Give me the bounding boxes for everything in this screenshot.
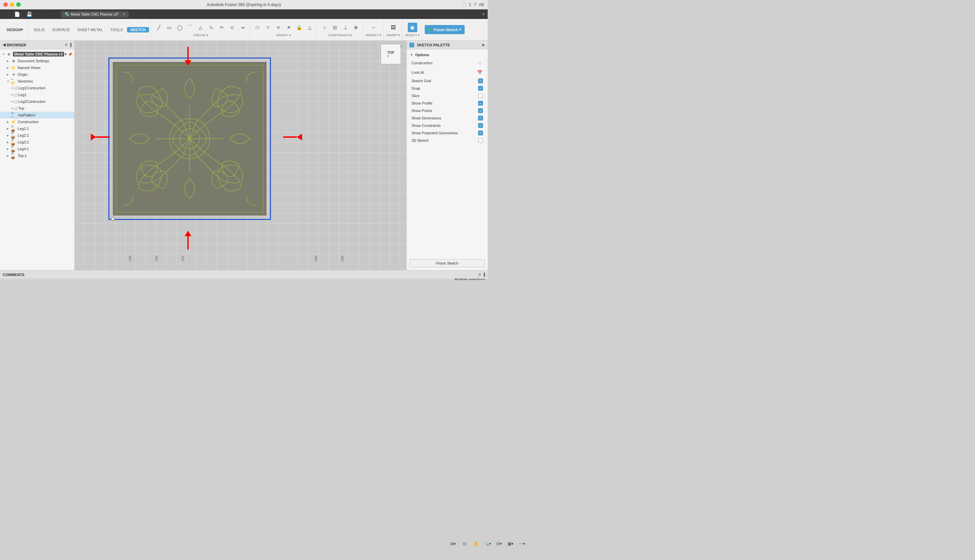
- view-cube-close[interactable]: ✕: [400, 44, 403, 49]
- view-cube[interactable]: TOP 2: [381, 44, 401, 64]
- tree-item-construction[interactable]: ▶ 📁 Construction: [0, 118, 74, 125]
- show-points-checkbox[interactable]: [478, 108, 483, 113]
- tree-item-top[interactable]: ✏⬜ Top: [0, 105, 74, 112]
- sketch-grid-checkbox[interactable]: [478, 78, 483, 83]
- help-icon[interactable]: ?: [474, 2, 476, 7]
- spline-tool[interactable]: ∿: [207, 23, 216, 32]
- tree-item-toppattern[interactable]: 👁✏⬜ topPattern: [0, 112, 74, 118]
- show-constraints-checkbox[interactable]: [478, 123, 483, 128]
- add-tab-icon[interactable]: +: [482, 11, 485, 17]
- lock-tool[interactable]: 🔒: [294, 23, 304, 32]
- tree-arrow-origin: ▶: [7, 73, 11, 76]
- palette-title: SKETCH PALETTE: [417, 43, 450, 47]
- tree-icon-toppattern: 👁✏⬜: [12, 112, 17, 118]
- browser-collapse-icon[interactable]: ◀: [3, 43, 5, 47]
- comments-settings-btn[interactable]: ⚙: [478, 273, 481, 277]
- tree-item-leg4-1[interactable]: ▶ 👁📦 Leg4:1: [0, 145, 74, 152]
- palette-expand-btn[interactable]: ▶: [482, 43, 485, 47]
- coincident-constraint[interactable]: ⊕: [351, 23, 361, 32]
- browser-header-btns: ⚙ ▐: [65, 43, 72, 47]
- delete-tool[interactable]: ✕: [284, 23, 294, 32]
- sketch-grid-control: [478, 78, 483, 83]
- tree-item-doc-settings[interactable]: ▶ ⚙ Document Settings: [0, 58, 74, 64]
- circle-tool[interactable]: ◯: [175, 23, 185, 32]
- tab-surface[interactable]: SURFACE: [49, 27, 73, 32]
- tree-item-leg1contruction[interactable]: ✏⬜ Leg1Contruction: [0, 85, 74, 92]
- tree-item-named-views[interactable]: ▶ 📁 Named Views: [0, 64, 74, 71]
- construction-arrow-btn[interactable]: ◁: [476, 60, 483, 66]
- show-profile-checkbox[interactable]: [478, 101, 483, 105]
- palette-row-show-profile: Show Profile: [407, 100, 488, 107]
- origin-handle[interactable]: [111, 217, 115, 221]
- apps-grid-icon[interactable]: ⊞: [3, 10, 12, 19]
- hatch-tool[interactable]: ≡: [274, 23, 283, 32]
- named-views-label: Named Views: [18, 66, 41, 70]
- palette-section-header[interactable]: ▼ Options: [407, 52, 488, 58]
- perpendicular-constraint[interactable]: ⊥: [341, 23, 350, 32]
- checkmark-icon: ✔: [428, 27, 433, 33]
- tree-item-root[interactable]: ▼ ⚙ Metal Table CNC Plasma v3 👁 📌: [0, 51, 74, 58]
- root-eye[interactable]: 👁: [64, 52, 67, 56]
- tab-solid[interactable]: SOLID: [30, 27, 48, 32]
- finish-sketch-palette-btn[interactable]: Finish Sketch: [410, 259, 485, 267]
- file-tab[interactable]: 🔩 Metal Table CNC Plasma v3* ✕: [61, 11, 129, 18]
- look-at-btn[interactable]: 📅: [476, 69, 483, 76]
- undo-icon[interactable]: ↩: [35, 10, 45, 19]
- tree-icon-leg4-1: 👁📦: [11, 146, 16, 152]
- mirror-tool[interactable]: ⫤: [238, 23, 248, 32]
- tree-item-top-1[interactable]: ▶ 👁📦 Top:1: [0, 152, 74, 159]
- finish-sketch-toolbar-btn[interactable]: ✔ Finish Sketch ▾: [425, 25, 465, 34]
- select-label: SELECT ▾: [405, 33, 419, 37]
- line-tool[interactable]: ╱: [154, 23, 164, 32]
- equal-tool[interactable]: =: [263, 23, 273, 32]
- measure-tool[interactable]: ↔: [369, 23, 378, 32]
- file-menu-icon[interactable]: 📄▾: [13, 10, 23, 19]
- maximize-button[interactable]: [16, 2, 21, 7]
- redo-icon[interactable]: ↪: [46, 10, 55, 19]
- save-icon[interactable]: 💾: [24, 10, 34, 19]
- trim-tool[interactable]: ✂: [217, 23, 227, 32]
- snap-checkbox[interactable]: [478, 86, 483, 91]
- tab-tools[interactable]: TOOLS: [107, 27, 126, 32]
- create-section: ╱ ▭ ◯ ⌒ △ ∿ ✂ ⊂ ⫤ CREATE ▾: [152, 19, 250, 40]
- tab-sheet-metal[interactable]: SHEET METAL: [74, 27, 106, 32]
- close-button[interactable]: [3, 2, 8, 7]
- triangle-tool[interactable]: △: [305, 23, 314, 32]
- tree-item-leg2contruction[interactable]: ✏⬜ Leg2Contruction: [0, 98, 74, 105]
- tree-icon-leg1: ✏⬜: [12, 92, 17, 97]
- tab-close-icon[interactable]: ✕: [122, 12, 125, 17]
- tree-item-leg1-1[interactable]: ▶ 👁📦 Leg1:1: [0, 125, 74, 132]
- tree-item-leg1[interactable]: ✏⬜ Leg1: [0, 92, 74, 98]
- slice-checkbox[interactable]: [478, 93, 483, 98]
- user-avatar[interactable]: AE: [479, 2, 484, 7]
- show-projected-checkbox[interactable]: [478, 131, 483, 135]
- minimize-button[interactable]: [10, 2, 14, 7]
- ellipse-tool[interactable]: ⬭: [253, 23, 262, 32]
- comments-expand-btn[interactable]: ▐: [483, 273, 485, 277]
- browser-settings-btn[interactable]: ⚙: [65, 43, 68, 47]
- inspect-label: INSPECT ▾: [366, 33, 381, 37]
- design-dropdown[interactable]: DESIGN ▾: [5, 25, 25, 35]
- browser-expand-btn[interactable]: ▐: [69, 43, 72, 47]
- arc-tool[interactable]: ⌒: [186, 23, 195, 32]
- canvas-area[interactable]: -125 -250 -375 -500 -625 TOP 2 ✕: [75, 41, 406, 270]
- root-pin[interactable]: 📌: [68, 52, 72, 56]
- show-dimensions-checkbox[interactable]: [478, 116, 483, 120]
- sketch-viewport[interactable]: [109, 58, 271, 220]
- 3d-sketch-checkbox[interactable]: [478, 138, 483, 143]
- tree-arrow-sketches: ▼: [7, 80, 11, 83]
- tab-sketch[interactable]: SKETCH: [127, 27, 149, 32]
- browser-header: ◀ BROWSER ⚙ ▐: [0, 41, 74, 49]
- tree-item-leg2-1[interactable]: ▶ 👁📦 Leg2:1: [0, 132, 74, 139]
- comments-label: COMMENTS: [3, 273, 24, 277]
- circle-constraint[interactable]: ○: [320, 23, 329, 32]
- polygon-tool[interactable]: △: [196, 23, 206, 32]
- offset-tool[interactable]: ⊂: [227, 23, 237, 32]
- rectangle-tool[interactable]: ▭: [165, 23, 174, 32]
- tree-item-origin[interactable]: ▶ ✛ Origin: [0, 71, 74, 78]
- tree-item-sketches[interactable]: ▼ ✏📁 Sketches: [0, 78, 74, 85]
- select-tool[interactable]: ▣: [408, 23, 417, 32]
- insert-image[interactable]: 🖼: [388, 23, 398, 32]
- tree-item-leg3-1[interactable]: ▶ 👁📦 Leg3:1: [0, 139, 74, 145]
- parallel-constraint[interactable]: ⊟: [330, 23, 339, 32]
